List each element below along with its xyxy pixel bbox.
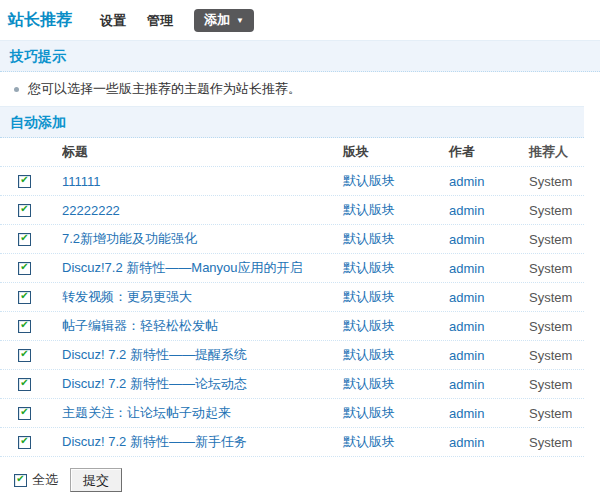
tip-text: 您可以选择一些版主推荐的主题作为站长推荐。 <box>28 80 301 98</box>
submit-button[interactable]: 提交 <box>70 468 122 492</box>
recommender-text: System <box>529 203 572 218</box>
row-forum-cell: 默认版块 <box>343 259 449 277</box>
row-recommender-cell: System <box>529 435 584 450</box>
topic-title-link[interactable]: 主题关注：让论坛帖子动起来 <box>62 405 231 420</box>
select-all-label: 全选 <box>32 471 58 489</box>
row-forum-cell: 默认版块 <box>343 172 449 190</box>
tips-heading: 技巧提示 <box>10 48 66 64</box>
row-author-cell: admin <box>449 319 529 334</box>
topic-title-link[interactable]: Discuz! 7.2 新特性——新手任务 <box>62 434 247 449</box>
row-forum-cell: 默认版块 <box>343 433 449 451</box>
forum-link[interactable]: 默认版块 <box>343 434 395 449</box>
tab-manage[interactable]: 管理 <box>147 12 173 30</box>
row-recommender-cell: System <box>529 319 584 334</box>
add-button-label: 添加 <box>204 11 230 29</box>
tips-section-header: 技巧提示 <box>0 40 600 72</box>
row-checkbox[interactable] <box>18 262 31 275</box>
row-author-cell: admin <box>449 203 529 218</box>
footer: 全选 提交 <box>0 457 600 493</box>
row-forum-cell: 默认版块 <box>343 288 449 306</box>
row-checkbox[interactable] <box>18 175 31 188</box>
row-title-cell: Discuz!7.2 新特性——Manyou应用的开启 <box>62 259 343 277</box>
row-recommender-cell: System <box>529 232 584 247</box>
row-checkbox[interactable] <box>18 436 31 449</box>
recommender-text: System <box>529 319 572 334</box>
row-checkbox[interactable] <box>18 407 31 420</box>
table-row: Discuz! 7.2 新特性——提醒系统 默认版块 admin System <box>0 341 584 370</box>
caret-down-icon: ▼ <box>236 17 244 25</box>
topic-title-link[interactable]: 22222222 <box>62 203 120 218</box>
row-checkbox[interactable] <box>18 233 31 246</box>
column-header-forum: 版块 <box>343 143 449 161</box>
recommender-text: System <box>529 406 572 421</box>
row-check-cell <box>0 320 62 333</box>
author-link[interactable]: admin <box>449 232 484 247</box>
forum-link[interactable]: 默认版块 <box>343 231 395 246</box>
author-link[interactable]: admin <box>449 261 484 276</box>
topic-title-link[interactable]: Discuz! 7.2 新特性——论坛动态 <box>62 376 247 391</box>
author-link[interactable]: admin <box>449 290 484 305</box>
author-link[interactable]: admin <box>449 348 484 363</box>
row-author-cell: admin <box>449 174 529 189</box>
row-forum-cell: 默认版块 <box>343 346 449 364</box>
forum-link[interactable]: 默认版块 <box>343 202 395 217</box>
column-header-title: 标题 <box>62 143 343 161</box>
forum-link[interactable]: 默认版块 <box>343 318 395 333</box>
table-header-row: 标题 版块 作者 推荐人 <box>0 138 584 167</box>
row-check-cell <box>0 175 62 188</box>
row-author-cell: admin <box>449 348 529 363</box>
row-checkbox[interactable] <box>18 291 31 304</box>
row-author-cell: admin <box>449 261 529 276</box>
row-forum-cell: 默认版块 <box>343 375 449 393</box>
topic-title-link[interactable]: 7.2新增功能及功能强化 <box>62 231 197 246</box>
forum-link[interactable]: 默认版块 <box>343 260 395 275</box>
row-title-cell: Discuz! 7.2 新特性——提醒系统 <box>62 346 343 364</box>
forum-link[interactable]: 默认版块 <box>343 173 395 188</box>
auto-add-section-header: 自动添加 <box>0 106 584 138</box>
forum-link[interactable]: 默认版块 <box>343 347 395 362</box>
row-author-cell: admin <box>449 377 529 392</box>
row-checkbox[interactable] <box>18 204 31 217</box>
forum-link[interactable]: 默认版块 <box>343 289 395 304</box>
recommender-text: System <box>529 435 572 450</box>
select-all-checkbox[interactable] <box>14 474 27 487</box>
row-title-cell: 转发视频：更易更强大 <box>62 288 343 306</box>
row-recommender-cell: System <box>529 348 584 363</box>
bullet-icon <box>14 87 19 92</box>
row-recommender-cell: System <box>529 174 584 189</box>
author-link[interactable]: admin <box>449 435 484 450</box>
recommender-text: System <box>529 348 572 363</box>
table-row: 7.2新增功能及功能强化 默认版块 admin System <box>0 225 584 254</box>
tab-settings[interactable]: 设置 <box>100 12 126 30</box>
author-link[interactable]: admin <box>449 174 484 189</box>
forum-link[interactable]: 默认版块 <box>343 405 395 420</box>
row-checkbox[interactable] <box>18 349 31 362</box>
row-recommender-cell: System <box>529 377 584 392</box>
topic-title-link[interactable]: 帖子编辑器：轻轻松松发帖 <box>62 318 218 333</box>
author-link[interactable]: admin <box>449 319 484 334</box>
forum-link[interactable]: 默认版块 <box>343 376 395 391</box>
row-title-cell: Discuz! 7.2 新特性——论坛动态 <box>62 375 343 393</box>
row-recommender-cell: System <box>529 261 584 276</box>
row-recommender-cell: System <box>529 203 584 218</box>
row-forum-cell: 默认版块 <box>343 201 449 219</box>
row-author-cell: admin <box>449 290 529 305</box>
author-link[interactable]: admin <box>449 203 484 218</box>
table-row: Discuz! 7.2 新特性——新手任务 默认版块 admin System <box>0 428 584 457</box>
table-row: 22222222 默认版块 admin System <box>0 196 584 225</box>
row-checkbox[interactable] <box>18 378 31 391</box>
author-link[interactable]: admin <box>449 377 484 392</box>
row-check-cell <box>0 407 62 420</box>
topic-title-link[interactable]: Discuz! 7.2 新特性——提醒系统 <box>62 347 247 362</box>
column-header-author: 作者 <box>449 143 529 161</box>
topic-title-link[interactable]: Discuz!7.2 新特性——Manyou应用的开启 <box>62 260 303 275</box>
row-title-cell: 22222222 <box>62 203 343 218</box>
add-dropdown-button[interactable]: 添加 ▼ <box>194 9 254 32</box>
row-check-cell <box>0 262 62 275</box>
recommender-text: System <box>529 174 572 189</box>
author-link[interactable]: admin <box>449 406 484 421</box>
topic-title-link[interactable]: 转发视频：更易更强大 <box>62 289 192 304</box>
row-checkbox[interactable] <box>18 320 31 333</box>
topbar: 站长推荐 设置 管理 添加 ▼ <box>0 0 600 34</box>
topic-title-link[interactable]: 111111 <box>62 174 101 189</box>
